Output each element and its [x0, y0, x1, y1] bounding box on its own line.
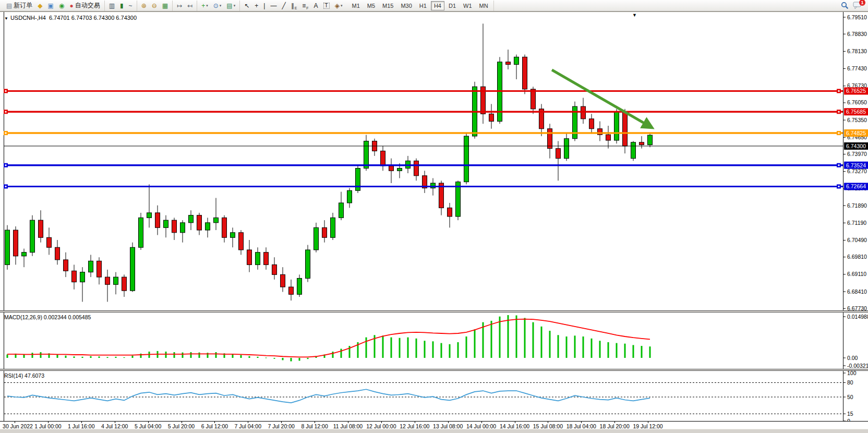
- level-price-badge: 6.74825: [846, 130, 866, 136]
- cursor-button[interactable]: ↖: [242, 1, 251, 10]
- timeframe-w1-button[interactable]: W1: [460, 1, 475, 10]
- timeframe-h4-button[interactable]: H4: [431, 1, 444, 10]
- rsi-label: RSI(14) 47.6073: [4, 372, 44, 379]
- candlestick: [322, 227, 327, 237]
- templates-button[interactable]: ▤▾: [224, 1, 237, 10]
- dropdown-caret-icon[interactable]: ▾: [206, 4, 208, 8]
- price-tick-label: 6.71190: [847, 220, 866, 226]
- candlestick: [122, 277, 127, 291]
- search-icon[interactable]: [841, 2, 849, 9]
- macd-tick-label: 0.00: [847, 355, 858, 361]
- line-handle-center: [5, 133, 7, 134]
- periods-button[interactable]: ⊙▾: [211, 1, 224, 10]
- crosshair-icon: +: [255, 3, 258, 9]
- price-tick-label: 6.73970: [847, 151, 867, 157]
- timeframe-mn-button[interactable]: MN: [476, 1, 491, 10]
- chart-shift-button[interactable]: ↤: [185, 1, 195, 10]
- market-watch-icon: ◆: [38, 3, 42, 9]
- candlestick: [72, 271, 77, 282]
- timeframe-m5-button[interactable]: M5: [364, 1, 378, 10]
- macd-histogram-bar: [616, 343, 618, 358]
- candlestick-chart-button[interactable]: ▮: [118, 1, 126, 10]
- horizontal-line-icon: —: [270, 3, 276, 9]
- auto-trading-button[interactable]: ●自动交易: [67, 1, 102, 10]
- tool-group: +▾⊙▾▤▾: [197, 1, 240, 11]
- macd-label: MACD(12,26,9) 0.002344 0.005485: [4, 314, 91, 320]
- dropdown-caret-icon[interactable]: ▾: [234, 4, 236, 8]
- vertical-line-button[interactable]: |: [261, 1, 267, 10]
- macd-histogram-bar: [499, 317, 501, 358]
- chart-title: ▼USDCNH-,H4 6.74701 6.74703 6.74300 6.74…: [4, 15, 137, 21]
- candlestick: [514, 57, 519, 64]
- timeframe-d1-button[interactable]: D1: [445, 1, 459, 10]
- vertical-line-icon: |: [263, 3, 265, 9]
- auto-scroll-button[interactable]: ↦: [175, 1, 184, 10]
- auto-trading-icon: ●: [69, 3, 73, 9]
- signals-button[interactable]: ◉: [57, 1, 66, 10]
- zoom-out-button[interactable]: ⊖: [150, 1, 159, 10]
- trendline-button[interactable]: ╱: [280, 1, 287, 10]
- trend-arrow[interactable]: [552, 70, 650, 127]
- line-handle-center: [838, 111, 840, 113]
- candlestick: [197, 215, 202, 230]
- candlestick: [247, 250, 252, 264]
- candlestick: [523, 57, 527, 89]
- text-button[interactable]: A: [312, 1, 320, 10]
- macd-histogram-bar: [599, 341, 601, 358]
- timeframe-m1-button[interactable]: M1: [348, 1, 363, 10]
- chart-shift-icon: ↤: [187, 3, 192, 9]
- macd-histogram-bar: [174, 352, 175, 358]
- tool-sub-letter: F: [306, 6, 308, 10]
- templates-icon: ▤: [226, 3, 232, 9]
- arrows-button[interactable]: ◈▾: [333, 1, 345, 10]
- navigator-icon: ▣: [48, 3, 54, 9]
- line-chart-button[interactable]: ~: [127, 1, 135, 10]
- macd-histogram-bar: [257, 357, 259, 358]
- bar-chart-button[interactable]: ▥: [107, 1, 117, 10]
- toolbar: ▤新订单◆▣◉●自动交易▥▮~⊕⊖▦↦↤+▾⊙▾▤▾↖+|—╱∥E≡FAT◈▾ …: [0, 0, 868, 11]
- price-tick-label: 6.71890: [847, 202, 867, 209]
- periods-icon: ⊙: [213, 3, 219, 9]
- tool-group: ▥▮~: [105, 1, 137, 11]
- candlestick: [606, 135, 611, 140]
- notifications-icon[interactable]: 1: [853, 2, 862, 9]
- indicators-button[interactable]: +▾: [199, 1, 210, 10]
- line-handle-center: [5, 186, 7, 187]
- macd-histogram-bar: [524, 318, 526, 358]
- collapse-caret-icon[interactable]: ▼: [4, 16, 8, 21]
- macd-histogram-bar: [7, 354, 8, 358]
- market-watch-button[interactable]: ◆: [35, 1, 44, 10]
- macd-histogram-bar: [583, 336, 584, 358]
- dropdown-caret-icon[interactable]: ▾: [220, 4, 222, 8]
- timeframe-m15-button[interactable]: M15: [379, 1, 396, 10]
- zoom-in-button[interactable]: ⊕: [139, 1, 149, 10]
- candlestick: [548, 129, 552, 149]
- new-order-button[interactable]: ▤新订单: [4, 1, 34, 10]
- dropdown-caret-icon[interactable]: ▾: [341, 4, 343, 8]
- candlestick: [623, 112, 628, 146]
- candlestick: [55, 247, 60, 260]
- horizontal-line-button[interactable]: —: [268, 1, 279, 10]
- line-handle-center: [5, 164, 7, 166]
- tile-windows-button[interactable]: ▦: [160, 1, 170, 10]
- candlestick: [281, 274, 285, 287]
- bar-chart-icon: ▥: [109, 3, 115, 9]
- zoom-out-icon: ⊖: [152, 3, 157, 9]
- macd-histogram-bar: [391, 338, 392, 358]
- crosshair-button[interactable]: +: [252, 1, 260, 10]
- timeframe-h1-button[interactable]: H1: [416, 1, 430, 10]
- macd-histogram-bar: [591, 339, 593, 358]
- channel-button[interactable]: ∥E: [289, 1, 299, 10]
- candlestick: [214, 218, 219, 222]
- rsi-panel[interactable]: 1008050150 RSI(14) 47.6073: [0, 371, 868, 421]
- text-label-button[interactable]: T: [321, 1, 332, 10]
- price-chart-panel[interactable]: 6.795106.788306.781306.774306.767306.760…: [0, 11, 868, 310]
- macd-panel[interactable]: 0.0149880.00-0.003216 MACD(12,26,9) 0.00…: [0, 312, 868, 369]
- navigator-button[interactable]: ▣: [46, 1, 56, 10]
- candlestick: [581, 106, 586, 119]
- timeframe-m30-button[interactable]: M30: [397, 1, 415, 10]
- candlestick: [339, 203, 344, 218]
- macd-histogram-bar: [558, 335, 559, 358]
- fibonacci-button[interactable]: ≡F: [300, 1, 310, 10]
- line-handle-center: [838, 164, 840, 166]
